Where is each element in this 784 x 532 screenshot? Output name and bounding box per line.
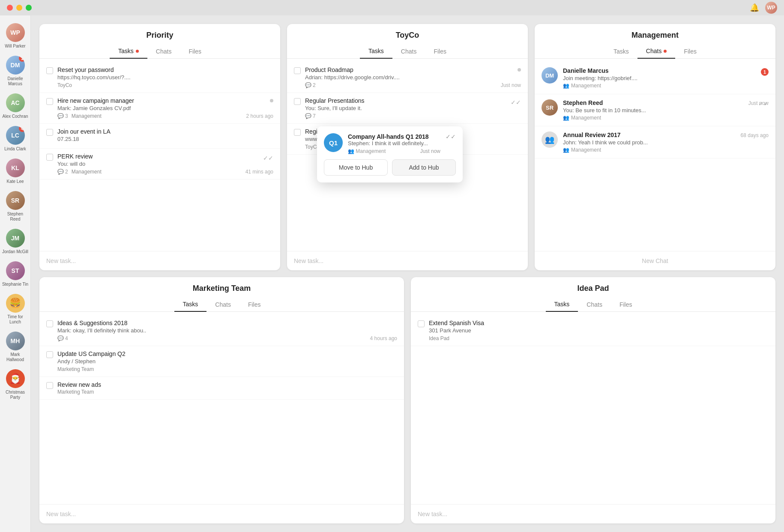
tab-files[interactable]: Files [239, 297, 269, 311]
task-subtitle: Mark: okay, I'll definitely think abou.. [57, 327, 397, 334]
sidebar-name-5: Stephen Reed [2, 212, 29, 222]
tab-tasks[interactable]: Tasks [360, 44, 392, 59]
task-checkbox[interactable] [46, 154, 53, 161]
hub-card-marketing-team: Marketing TeamTasksChatsFilesIdeas & Sug… [39, 277, 404, 523]
chat-avatar: DM [542, 67, 558, 84]
task-meta: Idea Pad [429, 335, 769, 341]
tab-chats[interactable]: Chats [147, 44, 180, 58]
task-meta: 💬 2Just now [305, 82, 521, 88]
sidebar-name-10: Christmas Party [2, 390, 29, 400]
sidebar-item-8[interactable]: 🍔Time for Lunch [0, 291, 30, 327]
user-initials: WP [767, 5, 775, 11]
task-checkbox[interactable] [294, 67, 301, 74]
popup-meta: 👥 Management Just now [348, 148, 440, 154]
app-layout: WPWill ParkerDM1Danielle MarcusACAlex Co… [0, 15, 784, 532]
title-bar: 🔔 WP [0, 0, 784, 15]
task-item[interactable]: Regular PresentationsYou: Sure, I'll upd… [287, 93, 528, 124]
hub-title: ToyCo [287, 24, 528, 40]
main-content: PriorityTasksChatsFilesReset your passwo… [31, 15, 784, 532]
close-button[interactable] [7, 5, 13, 11]
task-meta: Marketing Team [57, 366, 397, 372]
task-title: Product Roadmap [305, 66, 521, 73]
task-title: Reset your password [57, 66, 273, 73]
hub-title: Management [535, 24, 775, 40]
task-checkbox[interactable] [46, 129, 53, 136]
sidebar-item-9[interactable]: MHMark Hallwood [0, 329, 30, 365]
chat-name: Annual Review 2017 [563, 132, 769, 138]
tab-tasks[interactable]: Tasks [605, 44, 637, 58]
tab-files[interactable]: Files [180, 44, 210, 58]
task-checkbox[interactable] [46, 98, 53, 105]
task-subtitle: 07.25.18 [57, 136, 273, 142]
task-meta: Marketing Team [57, 389, 397, 395]
tab-files[interactable]: Files [675, 44, 705, 58]
popup-content: Company All-hands Q1 2018 Stephen: I thi… [348, 133, 440, 154]
tab-tasks[interactable]: Tasks [110, 44, 147, 59]
task-title: Regular Presentations [305, 97, 521, 104]
sidebar-item-5[interactable]: SRStephen Reed [0, 188, 30, 224]
chat-item[interactable]: 👥Annual Review 2017John: Yeah I think we… [535, 126, 775, 158]
task-checkbox[interactable] [294, 98, 301, 105]
sidebar-item-4[interactable]: KLKate Lee [0, 156, 30, 187]
task-checkbox[interactable] [46, 320, 53, 327]
title-bar-right: 🔔 WP [750, 2, 777, 14]
task-subtitle: 301 Park Avenue [429, 327, 769, 334]
add-to-hub-button[interactable]: Add to Hub [392, 159, 456, 176]
tab-chats[interactable]: Chats [392, 44, 425, 58]
task-item[interactable]: Ideas & Suggestions 2018Mark: okay, I'll… [39, 315, 404, 346]
sidebar-item-3[interactable]: LC4Linda Clark [0, 123, 30, 154]
minimize-button[interactable] [16, 5, 22, 11]
sidebar-item-0[interactable]: WPWill Parker [0, 21, 30, 51]
task-item[interactable]: Extend Spanish Visa301 Park AvenueIdea P… [411, 315, 775, 346]
sidebar-item-1[interactable]: DM1Danielle Marcus [0, 53, 30, 89]
new-task-footer[interactable]: New task... [411, 504, 775, 523]
task-title: Update US Campaign Q2 [57, 350, 397, 357]
task-subtitle: Andy / Stephen [57, 358, 397, 365]
chat-item[interactable]: SRStephen ReedYou: Be sure to fit in 10 … [535, 94, 775, 126]
sidebar-item-6[interactable]: JMJordan McGill [0, 226, 30, 257]
user-avatar[interactable]: WP [765, 2, 777, 14]
task-item[interactable]: Update US Campaign Q2Andy / StephenMarke… [39, 346, 404, 377]
tab-tasks[interactable]: Tasks [546, 297, 578, 312]
new-chat-footer[interactable]: New Chat [535, 251, 775, 270]
task-item[interactable]: Product RoadmapAdrian: https://drive.goo… [287, 62, 528, 93]
bell-icon[interactable]: 🔔 [750, 3, 759, 12]
sidebar-item-7[interactable]: STStephanie Tin [0, 259, 30, 290]
task-title: PERK review [57, 153, 273, 160]
done-check-icon: ✓✓ [263, 155, 273, 161]
move-to-hub-button[interactable]: Move to Hub [324, 159, 388, 176]
task-checkbox[interactable] [46, 382, 53, 389]
task-meta: 💬 44 hours ago [57, 335, 397, 341]
task-item[interactable]: Review new adsMarketing Team [39, 377, 404, 400]
hub-title: Marketing Team [39, 277, 404, 293]
task-checkbox[interactable] [418, 320, 425, 327]
tab-files[interactable]: Files [425, 44, 455, 58]
sidebar-name-6: Jordan McGill [2, 249, 28, 254]
sidebar-name-9: Mark Hallwood [2, 352, 29, 362]
new-task-footer[interactable]: New task... [287, 251, 528, 270]
tab-chats[interactable]: Chats [578, 297, 611, 311]
task-checkbox[interactable] [46, 67, 53, 74]
chat-item[interactable]: DMDanielle MarcusJoin meeting: https://g… [535, 62, 775, 94]
sidebar-name-8: Time for Lunch [2, 314, 29, 325]
tab-files[interactable]: Files [611, 297, 641, 311]
task-checkbox[interactable] [294, 129, 301, 136]
popup-done-icon: ✓✓ [446, 133, 456, 140]
task-item[interactable]: PERK reviewYou: will do💬 2Management41 m… [39, 149, 280, 179]
task-item[interactable]: Reset your passwordhttps://hq.toyco.com/… [39, 62, 280, 93]
sidebar-item-10[interactable]: 🎅Christmas Party [0, 367, 30, 403]
sidebar: WPWill ParkerDM1Danielle MarcusACAlex Co… [0, 15, 31, 532]
new-task-footer[interactable]: New task... [39, 251, 280, 270]
tab-chats[interactable]: Chats [206, 297, 239, 311]
unread-dot [270, 99, 273, 102]
tab-tasks[interactable]: Tasks [174, 297, 207, 312]
chat-preview: John: Yeah I think we could prob... [563, 139, 769, 146]
task-title: Extend Spanish Visa [429, 320, 769, 326]
new-task-footer[interactable]: New task... [39, 504, 404, 523]
tab-chats[interactable]: Chats [637, 44, 676, 59]
task-item[interactable]: Join our event in LA07.25.18 [39, 124, 280, 149]
maximize-button[interactable] [26, 5, 32, 11]
sidebar-item-2[interactable]: ACAlex Cochran [0, 91, 30, 122]
task-checkbox[interactable] [46, 351, 53, 358]
task-item[interactable]: Hire new campaign managerMark: Jamie Gon… [39, 93, 280, 124]
